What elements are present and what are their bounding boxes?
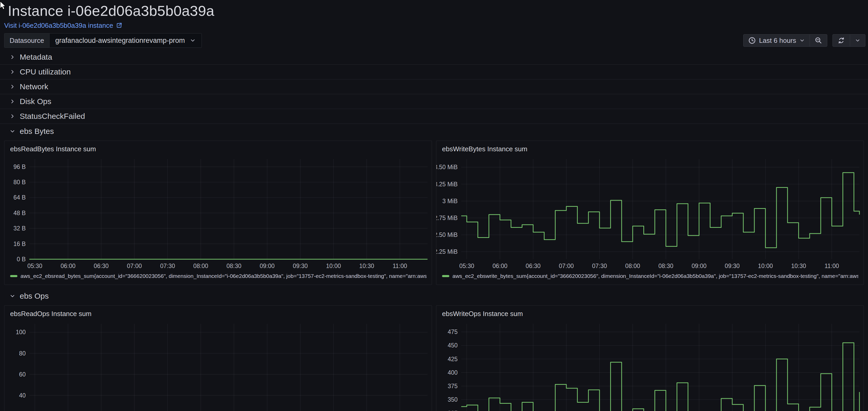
section-row-ebs-bytes[interactable]: ebs Bytes xyxy=(0,124,868,139)
section-row-cpu-utilization[interactable]: CPU utilization xyxy=(0,65,868,79)
svg-text:3 MiB: 3 MiB xyxy=(442,198,458,204)
chevron-down-icon xyxy=(799,38,805,43)
chevron-right-icon xyxy=(9,69,16,75)
chevron-right-icon xyxy=(9,113,16,119)
svg-text:80: 80 xyxy=(19,350,26,357)
svg-text:100: 100 xyxy=(16,329,26,335)
chevron-down-icon xyxy=(855,38,861,43)
panel-title[interactable]: ebsReadBytes Instance sum xyxy=(4,141,432,155)
svg-text:425: 425 xyxy=(448,356,458,362)
svg-text:450: 450 xyxy=(448,342,458,349)
refresh-icon xyxy=(837,37,845,45)
svg-text:400: 400 xyxy=(448,369,458,376)
series-color-dash xyxy=(442,275,449,277)
svg-text:16 B: 16 B xyxy=(13,240,26,247)
svg-text:11:00: 11:00 xyxy=(393,263,407,269)
series-label: aws_ec2_ebswrite_bytes_sum{account_id="3… xyxy=(453,273,859,279)
chevron-down-icon xyxy=(190,37,196,43)
time-series-chart[interactable]: 30032535037540042545047505:3006:0006:300… xyxy=(436,320,864,411)
svg-text:06:30: 06:30 xyxy=(526,263,540,269)
panel-ebswritebytes: ebsWriteBytes Instance sum 2.25 MiB2.50 … xyxy=(436,141,864,285)
svg-text:475: 475 xyxy=(448,328,458,335)
section-row-disk-ops[interactable]: Disk Ops xyxy=(0,94,868,109)
svg-text:325: 325 xyxy=(448,410,458,411)
svg-text:09:00: 09:00 xyxy=(691,263,707,269)
ebs-ops-panel-row: ebsReadOps Instance sum 2040608010005:30… xyxy=(0,303,868,411)
refresh-interval-dropdown[interactable] xyxy=(850,34,865,47)
visit-instance-link-label: Visit i-06e2d06a3b5b0a39a instance xyxy=(4,21,113,30)
section-row-label: ebs Ops xyxy=(20,292,49,300)
section-row-label: Metadata xyxy=(20,53,52,61)
panel-title[interactable]: ebsWriteOps Instance sum xyxy=(436,306,864,320)
section-row-statuscheckfailed[interactable]: StatusCheckFailed xyxy=(0,109,868,124)
time-controls: Last 6 hours xyxy=(743,34,865,47)
svg-text:40: 40 xyxy=(19,392,26,399)
svg-text:64 B: 64 B xyxy=(13,194,26,201)
svg-text:07:00: 07:00 xyxy=(127,263,142,269)
time-range-label: Last 6 hours xyxy=(759,37,796,45)
datasource-label: Datasource xyxy=(4,33,49,48)
series-label: aws_ec2_ebsread_bytes_sum{account_id="36… xyxy=(21,273,427,279)
panel-ebsreadbytes: ebsReadBytes Instance sum 0 B16 B32 B48 … xyxy=(4,141,432,285)
svg-text:08:30: 08:30 xyxy=(226,263,242,269)
chevron-right-icon xyxy=(9,54,16,60)
visit-instance-link[interactable]: Visit i-06e2d06a3b5b0a39a instance xyxy=(4,21,122,30)
svg-text:10:00: 10:00 xyxy=(758,263,773,269)
svg-text:09:30: 09:30 xyxy=(293,263,308,269)
svg-text:09:00: 09:00 xyxy=(260,263,275,269)
legend-item[interactable]: aws_ec2_ebswrite_bytes_sum{account_id="3… xyxy=(436,271,864,285)
chevron-right-icon xyxy=(9,98,16,105)
instance-link-row: Visit i-06e2d06a3b5b0a39a instance xyxy=(0,19,868,30)
svg-text:80 B: 80 B xyxy=(13,179,26,185)
svg-text:08:30: 08:30 xyxy=(658,263,674,269)
dashboard-rows: Metadata CPU utilization Network Disk Op… xyxy=(0,50,868,411)
svg-text:07:30: 07:30 xyxy=(160,263,175,269)
section-row-label: StatusCheckFailed xyxy=(20,112,85,121)
refresh-button[interactable] xyxy=(833,34,850,47)
svg-text:375: 375 xyxy=(448,383,458,389)
panel-ebswriteops: ebsWriteOps Instance sum 300325350375400… xyxy=(436,305,864,411)
svg-text:48 B: 48 B xyxy=(13,210,26,216)
svg-text:2.50 MiB: 2.50 MiB xyxy=(436,231,458,238)
svg-text:32 B: 32 B xyxy=(13,225,26,232)
section-row-ebs-ops[interactable]: ebs Ops xyxy=(0,289,868,303)
svg-text:2.75 MiB: 2.75 MiB xyxy=(436,214,458,221)
svg-text:2.25 MiB: 2.25 MiB xyxy=(436,248,458,255)
svg-text:08:00: 08:00 xyxy=(625,263,640,269)
panel-title[interactable]: ebsWriteBytes Instance sum xyxy=(436,141,864,155)
time-range-button[interactable]: Last 6 hours xyxy=(743,34,810,47)
svg-text:10:00: 10:00 xyxy=(326,263,341,269)
datasource-select[interactable]: grafanacloud-awsintegrationrevamp-prom xyxy=(49,33,202,48)
chevron-down-icon xyxy=(9,128,16,135)
svg-text:0 B: 0 B xyxy=(17,256,26,263)
svg-text:06:30: 06:30 xyxy=(94,263,109,269)
svg-text:09:30: 09:30 xyxy=(725,263,740,269)
legend-item[interactable]: aws_ec2_ebsread_bytes_sum{account_id="36… xyxy=(4,271,432,285)
section-row-label: ebs Bytes xyxy=(20,127,54,136)
panel-ebsreadops: ebsReadOps Instance sum 2040608010005:30… xyxy=(4,305,432,411)
svg-text:05:30: 05:30 xyxy=(28,263,42,269)
svg-text:60: 60 xyxy=(19,371,26,378)
svg-text:07:30: 07:30 xyxy=(592,263,607,269)
svg-text:11:00: 11:00 xyxy=(825,263,839,269)
time-series-chart[interactable]: 2.25 MiB2.50 MiB2.75 MiB3 MiB3.25 MiB3.5… xyxy=(436,155,864,271)
toolbar: Datasource grafanacloud-awsintegrationre… xyxy=(0,33,868,48)
time-series-chart[interactable]: 2040608010005:3006:0006:3007:0007:3008:0… xyxy=(4,320,432,411)
section-row-network[interactable]: Network xyxy=(0,79,868,94)
svg-text:05:30: 05:30 xyxy=(459,263,474,269)
chevron-right-icon xyxy=(9,84,16,90)
zoom-out-button[interactable] xyxy=(810,34,827,47)
panel-title[interactable]: ebsReadOps Instance sum xyxy=(4,306,432,320)
svg-text:3.25 MiB: 3.25 MiB xyxy=(436,181,458,187)
section-row-metadata[interactable]: Metadata xyxy=(0,50,868,65)
page-title: Instance i-06e2d06a3b5b0a39a xyxy=(0,0,868,19)
external-link-icon xyxy=(116,22,122,29)
time-series-chart[interactable]: 0 B16 B32 B48 B64 B80 B96 B05:3006:0006:… xyxy=(4,155,432,271)
svg-text:06:00: 06:00 xyxy=(60,263,75,269)
section-row-label: CPU utilization xyxy=(20,67,71,76)
svg-text:10:30: 10:30 xyxy=(359,263,374,269)
series-color-dash xyxy=(10,275,18,277)
svg-text:350: 350 xyxy=(448,396,458,403)
svg-text:96 B: 96 B xyxy=(13,164,26,170)
section-row-label: Network xyxy=(20,82,48,91)
